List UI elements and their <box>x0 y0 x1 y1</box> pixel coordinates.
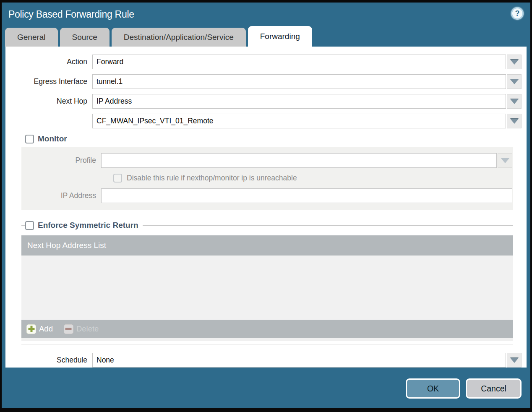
profile-label: Profile <box>21 156 101 165</box>
plus-icon <box>26 324 36 334</box>
tab-forwarding[interactable]: Forwarding <box>248 26 312 47</box>
table-bottom-strip <box>21 338 513 341</box>
enforce-symmetric-return-checkbox[interactable] <box>25 221 34 230</box>
disable-rule-checkbox[interactable] <box>113 174 122 183</box>
legend-line <box>21 225 25 226</box>
schedule-row: Schedule <box>5 353 522 368</box>
enforce-symmetric-return-title: Enforce Symmetric Return <box>38 221 138 230</box>
next-hop-row: Next Hop <box>5 94 522 109</box>
schedule-dropdown-button[interactable] <box>507 353 522 368</box>
tab-destination-application-service[interactable]: Destination/Application/Service <box>112 28 246 47</box>
next-hop-label: Next Hop <box>5 97 92 106</box>
profile-row: Profile <box>21 153 512 168</box>
egress-interface-row: Egress Interface <box>5 74 522 89</box>
enforce-symmetric-return-fieldset: Enforce Symmetric Return Next Hop Addres… <box>21 220 513 344</box>
profile-input[interactable] <box>101 153 497 168</box>
enforce-symmetric-return-legend: Enforce Symmetric Return <box>21 220 513 231</box>
next-hop-type-dropdown-button[interactable] <box>507 94 522 109</box>
next-hop-address-list-body[interactable] <box>21 256 513 320</box>
schedule-label: Schedule <box>5 356 92 365</box>
help-icon-glyph: ? <box>515 9 520 18</box>
monitor-panel: Profile Disable this rule if nexthop/mon… <box>21 147 513 210</box>
tab-bar: General Source Destination/Application/S… <box>2 26 530 47</box>
legend-line <box>143 225 513 226</box>
add-button[interactable]: Add <box>26 324 53 334</box>
next-hop-address-list-header: Next Hop Address List <box>21 235 513 256</box>
chevron-down-icon <box>501 158 509 163</box>
dialog-titlebar: Policy Based Forwarding Rule ? <box>2 3 530 26</box>
next-hop-address-input[interactable] <box>92 114 506 128</box>
legend-line <box>71 139 513 139</box>
monitor-title: Monitor <box>38 134 67 143</box>
monitor-legend: Monitor <box>21 133 513 144</box>
tab-general[interactable]: General <box>5 28 58 47</box>
chevron-down-icon <box>510 358 519 363</box>
ok-button[interactable]: OK <box>406 378 460 399</box>
schedule-input[interactable] <box>92 353 506 368</box>
profile-dropdown-button[interactable] <box>498 153 512 168</box>
chevron-down-icon <box>510 99 519 104</box>
next-hop-address-list-table: Next Hop Address List Add Delete <box>21 235 513 341</box>
chevron-down-icon <box>510 119 519 124</box>
forwarding-tab-panel: Action Egress Interface Next Hop <box>5 47 527 368</box>
minus-icon <box>64 324 73 334</box>
next-hop-address-row <box>5 114 522 128</box>
egress-interface-label: Egress Interface <box>5 77 92 86</box>
next-hop-address-dropdown-button[interactable] <box>507 114 522 128</box>
add-button-label: Add <box>39 324 53 334</box>
delete-button-label: Delete <box>76 324 99 334</box>
action-row: Action <box>5 55 522 69</box>
chevron-down-icon <box>510 60 519 65</box>
monitor-ip-address-label: IP Address <box>21 191 101 200</box>
egress-interface-dropdown-button[interactable] <box>507 74 522 89</box>
monitor-fieldset: Monitor Profile Disable this rule if nex… <box>21 133 513 213</box>
disable-rule-row: Disable this rule if nexthop/monitor ip … <box>113 174 512 183</box>
cancel-button[interactable]: Cancel <box>466 378 522 399</box>
pbf-rule-dialog: Policy Based Forwarding Rule ? General S… <box>0 0 532 412</box>
monitor-ip-address-row: IP Address <box>21 188 512 203</box>
action-label: Action <box>5 57 92 66</box>
action-dropdown-button[interactable] <box>507 55 522 69</box>
dialog-footer: OK Cancel <box>2 368 530 408</box>
next-hop-address-list-toolbar: Add Delete <box>21 320 513 338</box>
monitor-checkbox[interactable] <box>25 135 34 143</box>
action-input[interactable] <box>92 55 506 69</box>
chevron-down-icon <box>510 79 519 84</box>
dialog-title: Policy Based Forwarding Rule <box>8 9 134 20</box>
monitor-ip-address-input[interactable] <box>101 188 512 203</box>
delete-button[interactable]: Delete <box>64 324 99 334</box>
disable-rule-label: Disable this rule if nexthop/monitor ip … <box>127 174 297 183</box>
help-icon[interactable]: ? <box>511 7 524 20</box>
legend-line <box>21 139 25 139</box>
egress-interface-input[interactable] <box>92 74 506 89</box>
tab-source[interactable]: Source <box>60 28 110 47</box>
next-hop-type-input[interactable] <box>92 94 506 109</box>
